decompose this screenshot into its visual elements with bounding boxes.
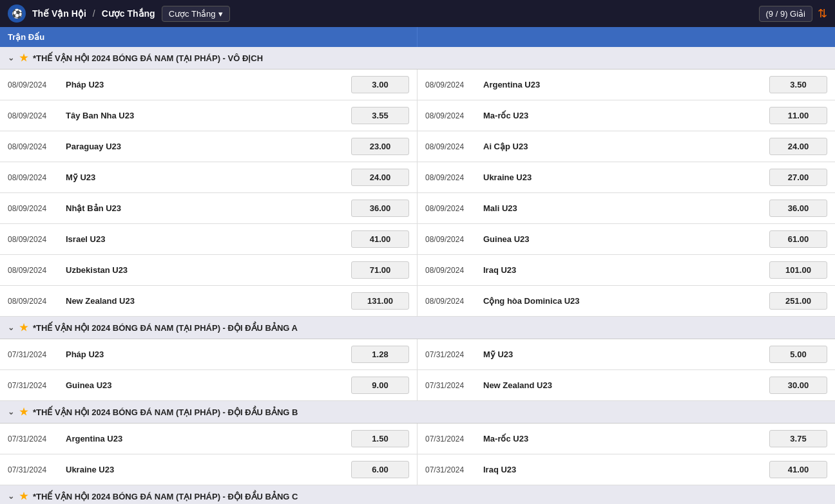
bet-odds-right-vdch-2[interactable]: 24.00 xyxy=(769,138,827,155)
bet-cell-left-bangA-0: 07/31/2024 Pháp U23 1.28 xyxy=(0,339,418,369)
bet-date-left-bangA-0: 07/31/2024 xyxy=(8,350,66,359)
group-chevron-vdch[interactable]: ⌄ xyxy=(8,53,14,62)
bet-date-left-vdch-7: 08/09/2024 xyxy=(8,297,66,306)
bet-date-left-vdch-5: 08/09/2024 xyxy=(8,235,66,244)
top-bar: ⚽ Thế Vận Hội / Cược Thắng Cược Thắng ▾ … xyxy=(0,0,835,27)
group-header-vdch[interactable]: ⌄ ★ *THẾ VẬN HỘI 2024 BÓNG ĐÁ NAM (TẠI P… xyxy=(0,47,835,70)
group-header-bangC[interactable]: ⌄ ★ *THẾ VẬN HỘI 2024 BÓNG ĐÁ NAM (TẠI P… xyxy=(0,485,835,504)
bet-cell-left-vdch-4: 08/09/2024 Nhật Bản U23 36.00 xyxy=(0,193,418,223)
bet-row-vdch-7: 08/09/2024 New Zealand U23 131.00 08/09/… xyxy=(0,286,835,317)
group-header-bangB[interactable]: ⌄ ★ *THẾ VẬN HỘI 2024 BÓNG ĐÁ NAM (TẠI P… xyxy=(0,401,835,424)
bet-odds-left-vdch-5[interactable]: 41.00 xyxy=(351,230,409,248)
bet-cell-right-vdch-1: 08/09/2024 Ma-rốc U23 11.00 xyxy=(418,100,835,131)
bet-team-right-vdch-2: Ai Cập U23 xyxy=(483,142,769,151)
bet-cell-left-vdch-2: 08/09/2024 Paraguay U23 23.00 xyxy=(0,131,418,162)
bet-odds-left-vdch-7[interactable]: 131.00 xyxy=(351,292,409,310)
bet-team-right-vdch-4: Mali U23 xyxy=(483,203,769,213)
dropdown-cuoc-thang[interactable]: Cược Thắng ▾ xyxy=(162,6,230,22)
bet-team-right-vdch-0: Argentina U23 xyxy=(483,80,769,89)
bet-odds-right-vdch-1[interactable]: 11.00 xyxy=(769,107,827,124)
bet-row-bangA-1: 07/31/2024 Guinea U23 9.00 07/31/2024 Ne… xyxy=(0,370,835,401)
bet-row-bangB-0: 07/31/2024 Argentina U23 1.50 07/31/2024… xyxy=(0,424,835,454)
bet-odds-left-vdch-0[interactable]: 3.00 xyxy=(351,76,409,93)
bet-odds-right-vdch-6[interactable]: 101.00 xyxy=(769,261,827,279)
bet-team-right-vdch-6: Iraq U23 xyxy=(483,265,769,275)
bet-cell-right-bangA-1: 07/31/2024 New Zealand U23 30.00 xyxy=(418,370,835,400)
bet-odds-left-bangA-0[interactable]: 1.28 xyxy=(351,346,409,363)
bet-odds-left-vdch-2[interactable]: 23.00 xyxy=(351,138,409,155)
bet-row-vdch-0: 08/09/2024 Pháp U23 3.00 08/09/2024 Arge… xyxy=(0,70,835,100)
bet-team-left-bangB-0: Argentina U23 xyxy=(66,434,351,443)
bet-odds-right-bangA-1[interactable]: 30.00 xyxy=(769,377,827,394)
bet-date-right-vdch-4: 08/09/2024 xyxy=(425,204,483,213)
bet-date-left-bangA-1: 07/31/2024 xyxy=(8,381,66,390)
bet-row-vdch-5: 08/09/2024 Israel U23 41.00 08/09/2024 G… xyxy=(0,224,835,255)
bet-cell-right-bangA-0: 07/31/2024 Mỹ U23 5.00 xyxy=(418,339,835,369)
group-star-bangB[interactable]: ★ xyxy=(19,406,28,418)
group-header-bangA[interactable]: ⌄ ★ *THẾ VẬN HỘI 2024 BÓNG ĐÁ NAM (TẠI P… xyxy=(0,317,835,339)
bet-team-right-vdch-7: Cộng hòa Dominica U23 xyxy=(483,296,769,306)
bet-cell-left-vdch-6: 08/09/2024 Uzbekistan U23 71.00 xyxy=(0,255,418,285)
bet-team-left-vdch-0: Pháp U23 xyxy=(66,80,351,89)
bet-date-right-vdch-2: 08/09/2024 xyxy=(425,142,483,151)
bet-date-left-vdch-2: 08/09/2024 xyxy=(8,142,66,151)
bet-date-right-vdch-7: 08/09/2024 xyxy=(425,297,483,306)
bet-team-left-vdch-1: Tây Ban Nha U23 xyxy=(66,111,351,120)
bet-team-left-bangA-0: Pháp U23 xyxy=(66,350,351,359)
bet-team-right-vdch-3: Ukraine U23 xyxy=(483,173,769,182)
group-chevron-bangC[interactable]: ⌄ xyxy=(8,492,14,501)
group-star-bangC[interactable]: ★ xyxy=(19,490,28,502)
bet-odds-left-bangB-0[interactable]: 1.50 xyxy=(351,430,409,447)
bet-team-left-vdch-7: New Zealand U23 xyxy=(66,296,351,306)
group-star-vdch[interactable]: ★ xyxy=(19,52,28,64)
group-chevron-bangA[interactable]: ⌄ xyxy=(8,323,14,332)
bet-date-left-vdch-4: 08/09/2024 xyxy=(8,204,66,213)
bet-date-right-vdch-3: 08/09/2024 xyxy=(425,173,483,182)
group-label-bangA: *THẾ VẬN HỘI 2024 BÓNG ĐÁ NAM (TẠI PHÁP)… xyxy=(33,323,298,333)
col-header-right xyxy=(418,27,835,47)
bet-odds-right-vdch-4[interactable]: 36.00 xyxy=(769,200,827,217)
bet-odds-right-vdch-7[interactable]: 251.00 xyxy=(769,292,827,310)
bet-cell-right-vdch-6: 08/09/2024 Iraq U23 101.00 xyxy=(418,255,835,285)
bet-date-left-bangB-1: 07/31/2024 xyxy=(8,465,66,474)
bet-odds-left-vdch-6[interactable]: 71.00 xyxy=(351,261,409,279)
bet-odds-left-bangB-1[interactable]: 6.00 xyxy=(351,461,409,478)
bet-odds-right-vdch-5[interactable]: 61.00 xyxy=(769,230,827,248)
bet-row-vdch-4: 08/09/2024 Nhật Bản U23 36.00 08/09/2024… xyxy=(0,193,835,224)
bet-odds-right-vdch-3[interactable]: 27.00 xyxy=(769,169,827,186)
bet-date-right-vdch-1: 08/09/2024 xyxy=(425,111,483,120)
bet-odds-right-bangB-1[interactable]: 41.00 xyxy=(769,461,827,478)
section-title: Cược Thắng xyxy=(102,8,155,19)
bet-odds-left-bangA-1[interactable]: 9.00 xyxy=(351,377,409,394)
bet-odds-right-bangB-0[interactable]: 3.75 xyxy=(769,430,827,447)
sport-icon: ⚽ xyxy=(8,5,26,23)
bet-odds-left-vdch-1[interactable]: 3.55 xyxy=(351,107,409,124)
bet-row-vdch-3: 08/09/2024 Mỹ U23 24.00 08/09/2024 Ukrai… xyxy=(0,162,835,193)
group-chevron-bangB[interactable]: ⌄ xyxy=(8,407,14,416)
bet-cell-right-vdch-5: 08/09/2024 Guinea U23 61.00 xyxy=(418,224,835,254)
bet-team-right-bangB-0: Ma-rốc U23 xyxy=(483,434,769,443)
bet-team-left-vdch-5: Israel U23 xyxy=(66,234,351,244)
sort-icon[interactable]: ⇅ xyxy=(818,6,827,21)
bet-cell-left-vdch-0: 08/09/2024 Pháp U23 3.00 xyxy=(0,70,418,100)
bet-team-left-bangA-1: Guinea U23 xyxy=(66,380,351,390)
bet-cell-right-vdch-0: 08/09/2024 Argentina U23 3.50 xyxy=(418,70,835,100)
bet-odds-left-vdch-4[interactable]: 36.00 xyxy=(351,200,409,217)
bet-team-left-bangB-1: Ukraine U23 xyxy=(66,465,351,474)
group-label-vdch: *THẾ VẬN HỘI 2024 BÓNG ĐÁ NAM (TẠI PHÁP)… xyxy=(33,53,263,63)
bet-odds-right-bangA-0[interactable]: 5.00 xyxy=(769,346,827,363)
bet-row-bangB-1: 07/31/2024 Ukraine U23 6.00 07/31/2024 I… xyxy=(0,454,835,485)
bet-date-right-vdch-5: 08/09/2024 xyxy=(425,235,483,244)
bet-date-right-bangB-0: 07/31/2024 xyxy=(425,434,483,443)
bet-odds-right-vdch-0[interactable]: 3.50 xyxy=(769,76,827,93)
title-separator: / xyxy=(93,8,95,19)
bet-team-left-vdch-4: Nhật Bản U23 xyxy=(66,203,351,213)
group-star-bangA[interactable]: ★ xyxy=(19,322,28,333)
bet-cell-left-bangB-1: 07/31/2024 Ukraine U23 6.00 xyxy=(0,454,418,485)
bet-odds-left-vdch-3[interactable]: 24.00 xyxy=(351,169,409,186)
bet-cell-right-vdch-2: 08/09/2024 Ai Cập U23 24.00 xyxy=(418,131,835,162)
bet-row-bangA-0: 07/31/2024 Pháp U23 1.28 07/31/2024 Mỹ U… xyxy=(0,339,835,370)
bet-team-right-vdch-1: Ma-rốc U23 xyxy=(483,111,769,120)
bet-cell-right-bangB-0: 07/31/2024 Ma-rốc U23 3.75 xyxy=(418,424,835,454)
bet-team-right-vdch-5: Guinea U23 xyxy=(483,234,769,244)
